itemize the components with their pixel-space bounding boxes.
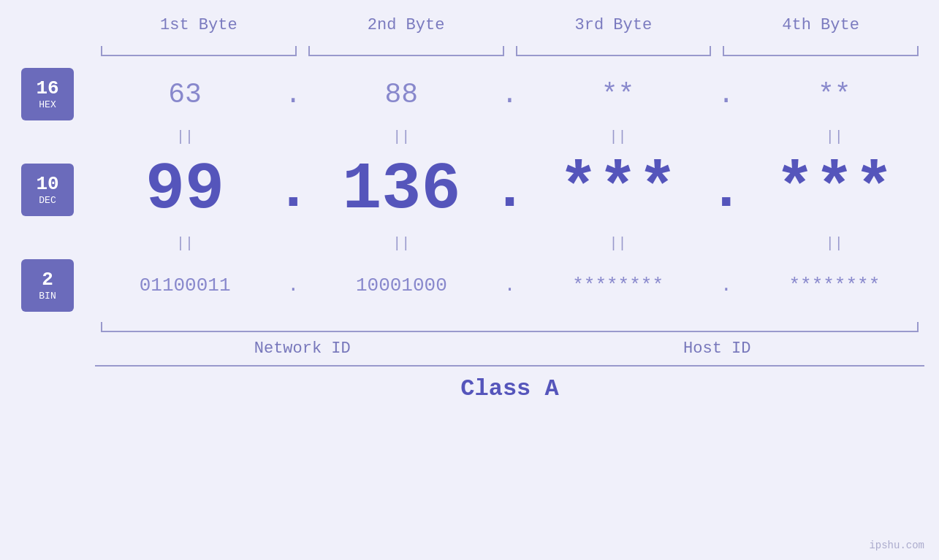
dec-dot-3: .	[708, 157, 745, 223]
dec-badge: 10 DEC	[21, 164, 74, 216]
watermark: ipshu.com	[869, 540, 924, 551]
bottom-labels: Network ID Host ID	[95, 340, 924, 358]
bin-badge: 2 BIN	[21, 259, 74, 312]
bin-dot-3: .	[708, 275, 745, 296]
dec-dot-2: .	[492, 157, 528, 223]
bin-val-2: 10001000	[311, 275, 491, 296]
bracket-3	[516, 40, 712, 56]
bin-val-1: 01100011	[95, 275, 275, 296]
hex-val-2: 88	[311, 79, 491, 110]
hex-val-1: 63	[95, 79, 275, 110]
bin-dot-2: .	[492, 275, 528, 296]
dec-badge-label: DEC	[39, 195, 56, 206]
hex-dot-2: .	[492, 79, 528, 110]
eq-1-1: ||	[95, 129, 275, 145]
bin-dot-1: .	[275, 275, 311, 296]
badges-column: 16 HEX 10 DEC 2 BIN	[0, 65, 95, 411]
network-bracket	[95, 319, 492, 332]
byte-header-1: 1st Byte	[95, 16, 303, 34]
eq-2-1: ||	[95, 235, 275, 252]
bracket-2	[308, 40, 504, 56]
hex-dot-1: .	[275, 79, 311, 110]
top-brackets	[95, 40, 924, 56]
bin-badge-num: 2	[42, 270, 53, 289]
bracket-1	[101, 40, 297, 56]
byte-headers: 1st Byte 2nd Byte 3rd Byte 4th Byte	[95, 0, 924, 34]
hex-badge: 16 HEX	[21, 68, 74, 120]
bottom-brackets-container	[95, 319, 924, 334]
bin-badge-wrap: 2 BIN	[21, 256, 74, 315]
hex-badge-label: HEX	[39, 99, 56, 110]
bracket-4	[723, 40, 919, 56]
host-id-label: Host ID	[510, 340, 925, 358]
dec-val-2: 136	[311, 157, 491, 223]
dec-badge-wrap: 10 DEC	[21, 150, 74, 230]
eq-2-3: ||	[528, 235, 708, 252]
eq-1-2: ||	[311, 129, 491, 145]
host-bracket	[492, 319, 925, 332]
bin-val-3: ********	[528, 275, 708, 296]
equals-row-2: || || || ||	[95, 230, 924, 256]
dec-val-3: ***	[528, 157, 708, 223]
class-label: Class A	[95, 367, 924, 411]
equals-row-1: || || || ||	[95, 123, 924, 150]
dec-row: 99 . 136 . *** . ***	[95, 150, 924, 230]
hex-row: 63 . 88 . ** . **	[95, 65, 924, 123]
dec-val-4: ***	[745, 157, 924, 223]
byte-header-3: 3rd Byte	[510, 16, 718, 34]
bin-badge-label: BIN	[39, 291, 56, 302]
byte-header-4: 4th Byte	[717, 16, 924, 34]
dec-val-1: 99	[95, 157, 275, 223]
main-layout: 1st Byte 2nd Byte 3rd Byte 4th Byte 16 H…	[0, 0, 939, 560]
hex-val-3: **	[528, 79, 708, 110]
byte-header-2: 2nd Byte	[303, 16, 510, 34]
hex-dot-3: .	[708, 79, 745, 110]
hex-badge-wrap: 16 HEX	[21, 65, 74, 123]
hex-badge-num: 16	[36, 79, 58, 98]
bin-row: 01100011 . 10001000 . ******** .	[95, 256, 924, 315]
bin-val-4: ********	[745, 275, 924, 296]
grid-body: 16 HEX 10 DEC 2 BIN	[0, 65, 939, 411]
eq-1-4: ||	[745, 129, 924, 145]
data-columns: 63 . 88 . ** . **	[95, 65, 939, 411]
dec-dot-1: .	[275, 157, 311, 223]
hex-val-4: **	[745, 79, 924, 110]
eq-1-3: ||	[528, 129, 708, 145]
eq-2-4: ||	[745, 235, 924, 252]
network-id-label: Network ID	[95, 340, 510, 358]
dec-badge-num: 10	[36, 174, 58, 193]
eq-2-2: ||	[311, 235, 491, 252]
